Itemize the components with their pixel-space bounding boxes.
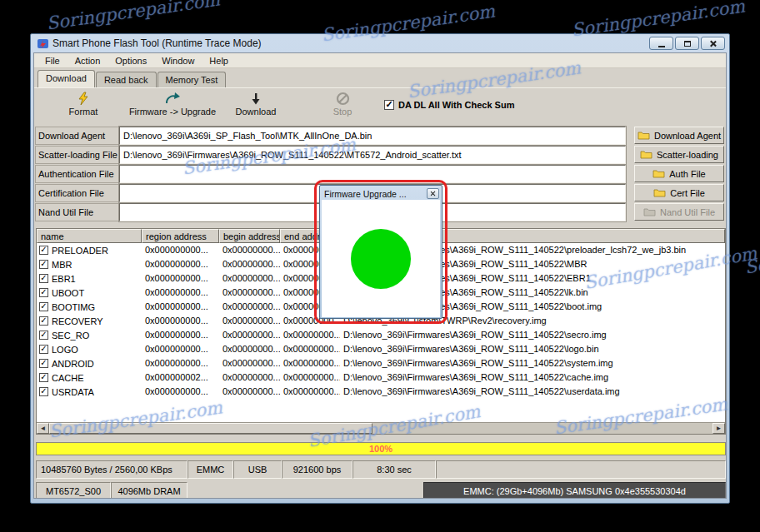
- partition-name: SEC_RO: [52, 329, 89, 342]
- end-address: 0x00000000...: [280, 342, 340, 356]
- status-chip: MT6572_S00: [36, 482, 111, 499]
- app-icon: [37, 37, 49, 50]
- table-row[interactable]: CACHE0x000000002...0x00000000...0x000000…: [37, 370, 725, 385]
- status-storage: EMMC: [188, 460, 233, 479]
- begin-address: 0x00000000...: [219, 314, 280, 328]
- tab-read-back[interactable]: Read back: [96, 72, 157, 87]
- region-address: 0x000000000...: [142, 300, 219, 314]
- scatter-file-input[interactable]: [119, 146, 626, 164]
- region-address: 0x000000000...: [142, 356, 219, 370]
- scrollbar-thumb[interactable]: [49, 423, 372, 434]
- table-row[interactable]: LOGO0x000000000...0x00000000...0x0000000…: [37, 342, 725, 356]
- column-header-region[interactable]: region address: [142, 229, 219, 243]
- download-agent-label: Download Agent: [35, 127, 119, 145]
- minimize-button[interactable]: [649, 37, 673, 50]
- row-checkbox[interactable]: [39, 345, 48, 354]
- menu-file[interactable]: File: [38, 53, 68, 67]
- folder-icon: [652, 169, 665, 178]
- folder-icon: [653, 188, 666, 197]
- column-header-begin[interactable]: begin address: [219, 229, 280, 243]
- nand-util-label: Nand Util File: [35, 203, 119, 221]
- row-checkbox[interactable]: [39, 373, 48, 382]
- firmware-upgrade-dialog: Firmware Upgrade ...: [319, 185, 442, 319]
- format-button[interactable]: Format: [46, 90, 121, 117]
- auth-file-button[interactable]: Auth File: [634, 165, 724, 182]
- close-icon: [709, 40, 717, 47]
- status-bar: 10485760 Bytes / 2560,00 KBps EMMC USB 9…: [36, 460, 726, 479]
- menu-help[interactable]: Help: [202, 53, 236, 67]
- row-checkbox[interactable]: [39, 331, 48, 340]
- region-address: 0x000000000...: [142, 243, 219, 257]
- status-baudrate: 921600 bps: [282, 460, 352, 479]
- row-checkbox[interactable]: [39, 288, 48, 297]
- row-checkbox[interactable]: [39, 316, 48, 326]
- status-elapsed: 8:30 sec: [352, 460, 436, 479]
- firmware-upgrade-button[interactable]: Firmware -> Upgrade: [126, 90, 219, 117]
- file-location: D:\lenovo_369i\Firmwares\A369i_ROW_S111_…: [340, 385, 725, 399]
- scatter-file-label: Scatter-loading File: [35, 146, 119, 164]
- row-checkbox[interactable]: [39, 246, 48, 255]
- status-dram: 4096Mb DRAM: [111, 482, 188, 499]
- progress-percent: 100%: [369, 444, 392, 454]
- partition-name: EBR1: [52, 272, 76, 286]
- auth-file-input[interactable]: [119, 165, 626, 183]
- row-checkbox[interactable]: [39, 260, 48, 269]
- checksum-checkbox[interactable]: [384, 100, 394, 110]
- menu-options[interactable]: Options: [108, 53, 154, 67]
- menu-window[interactable]: Window: [154, 53, 202, 67]
- begin-address: 0x00000000...: [219, 356, 280, 370]
- table-row[interactable]: SEC_RO0x000000000...0x00000000...0x00000…: [37, 328, 725, 342]
- scroll-left-icon[interactable]: ◄: [37, 423, 49, 434]
- scatter-loading-button[interactable]: Scatter-loading: [634, 146, 724, 163]
- progress-ring: [351, 229, 411, 289]
- download-button[interactable]: Download: [218, 90, 293, 117]
- horizontal-scrollbar[interactable]: ◄ ►: [37, 422, 725, 434]
- partition-name: ANDROID: [52, 357, 94, 370]
- begin-address: 0x00000000...: [219, 328, 280, 342]
- partition-name: UBOOT: [52, 286, 84, 300]
- menu-action[interactable]: Action: [68, 53, 108, 67]
- folder-icon: [643, 207, 656, 216]
- partition-name: MBR: [52, 258, 72, 271]
- folder-icon: [640, 150, 652, 159]
- column-header-name[interactable]: name: [37, 229, 142, 243]
- scroll-right-icon[interactable]: ►: [712, 423, 725, 434]
- begin-address: 0x00000000...: [219, 243, 280, 257]
- watermark: Soringpcrepair.com: [743, 234, 760, 278]
- tab-memory-test[interactable]: Memory Test: [158, 72, 227, 87]
- close-button[interactable]: [701, 37, 725, 50]
- file-location: D:\lenovo_369i\Firmwares\A369i_ROW_S111_…: [340, 370, 725, 385]
- watermark: Soringpcrepair.com: [45, 0, 221, 33]
- row-checkbox[interactable]: [39, 387, 48, 396]
- dialog-close-button[interactable]: [427, 188, 439, 199]
- field-row: Authentication File Auth File: [35, 165, 724, 183]
- progress-bar: 100%: [36, 442, 726, 455]
- close-icon: [430, 191, 436, 196]
- row-checkbox[interactable]: [39, 359, 48, 368]
- row-checkbox[interactable]: [39, 274, 48, 283]
- status-connection: USB: [233, 460, 282, 479]
- dialog-body: [322, 200, 440, 317]
- auth-file-label: Authentication File: [35, 165, 119, 183]
- table-row[interactable]: ANDROID0x000000000...0x00000000...0x0000…: [37, 356, 725, 370]
- row-checkbox[interactable]: [39, 302, 48, 311]
- download-agent-input[interactable]: [119, 127, 626, 145]
- begin-address: 0x00000000...: [219, 286, 280, 300]
- download-icon: [218, 90, 293, 107]
- status-bar-2: MT6572_S00 4096Mb DRAM EMMC: (29Gb+4096M…: [36, 482, 726, 499]
- tab-panel-edge: [34, 87, 726, 88]
- begin-address: 0x00000000...: [219, 257, 280, 271]
- tab-download[interactable]: Download: [38, 70, 95, 87]
- status-filler: [436, 460, 726, 479]
- download-agent-button[interactable]: Download Agent: [634, 127, 724, 144]
- dialog-title: Firmware Upgrade ...: [324, 189, 407, 199]
- cert-file-button[interactable]: Cert File: [634, 184, 724, 201]
- end-address: 0x00000000...: [280, 328, 340, 342]
- field-row: Scatter-loading File Scatter-loading: [35, 146, 724, 164]
- maximize-button[interactable]: [675, 37, 699, 50]
- partition-name: LOGO: [52, 343, 78, 356]
- da-dl-checksum-option: DA DL All With Check Sum: [384, 100, 514, 110]
- table-row[interactable]: USRDATA0x000000000...0x00000000...0x0000…: [37, 385, 725, 399]
- region-address: 0x000000000...: [142, 257, 219, 271]
- file-location: D:\lenovo_369i\Firmwares\A369i_ROW_S111_…: [340, 342, 725, 356]
